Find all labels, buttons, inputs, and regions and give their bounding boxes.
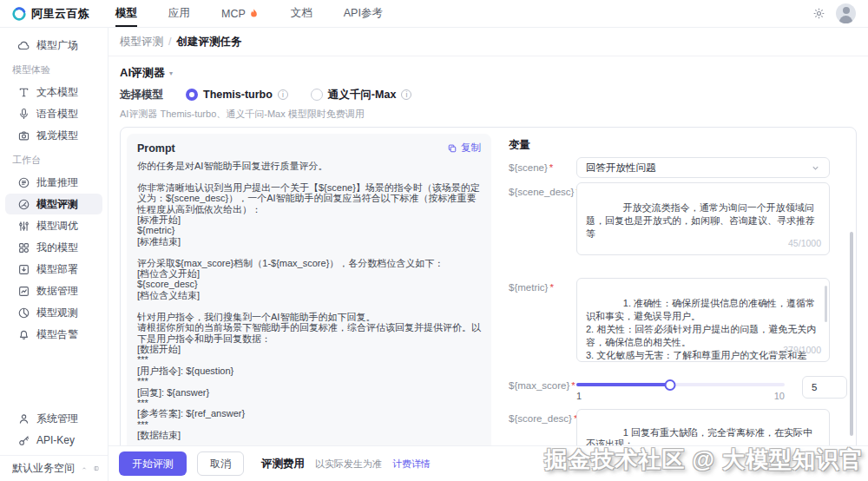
- workspace-switcher[interactable]: 默认业务空间: [0, 455, 108, 481]
- nav-item-4[interactable]: API参考: [344, 0, 383, 27]
- workspace-label: 默认业务空间: [12, 461, 75, 476]
- vision-model-icon: [17, 129, 30, 142]
- breadcrumb-parent[interactable]: 模型评测: [120, 35, 163, 49]
- max-score-input[interactable]: 5: [802, 376, 847, 399]
- prompt-title: Prompt: [137, 142, 175, 155]
- batch-infer-icon: [17, 176, 30, 189]
- model-radio-label: Themis-turbo: [203, 89, 273, 101]
- metric-scrollbar[interactable]: [825, 286, 827, 322]
- nav-item-label: API参考: [344, 6, 383, 21]
- max-score-slider[interactable]: 1 10: [576, 376, 785, 401]
- sidebar-item-label: 模型部署: [36, 262, 78, 277]
- sidebar-item-user[interactable]: 系统管理: [5, 408, 102, 429]
- sidebar-section-label: 工作台: [0, 147, 108, 172]
- model-radio-label: 通义千问-Max: [328, 88, 396, 102]
- sidebar-item-label: 模型广场: [36, 38, 78, 53]
- flame-icon: [248, 8, 260, 19]
- sidebar-item-label: 数据管理: [36, 284, 78, 299]
- sidebar-item-my-models[interactable]: 我的模型: [5, 237, 102, 258]
- model-radio-1[interactable]: 通义千问-Maxi: [311, 88, 411, 102]
- scene-desc-counter: 45/1000: [788, 237, 821, 250]
- key-icon: [17, 434, 30, 447]
- my-models-icon: [17, 241, 30, 254]
- sidebar-item-batch-infer[interactable]: 批量推理: [5, 172, 102, 193]
- copy-icon: [447, 143, 457, 154]
- scene-desc-textarea[interactable]: 开放交流类指令，通常为询问一个开放领域问题，回复也是开放式的，如闲聊、咨询建议、…: [576, 182, 830, 255]
- radio-selected[interactable]: [186, 89, 198, 101]
- section-collapse-icon[interactable]: ▾: [169, 69, 173, 77]
- max-score-row: ${max_score}* 1 10: [509, 376, 830, 401]
- sidebar-item-label: 模型评测: [36, 197, 78, 212]
- scene-desc-value: 开放交流类指令，通常为询问一个开放领域问题，回复也是开放式的，如闲聊、咨询建议、…: [586, 202, 815, 239]
- metric-row: ${metric}* 1. 准确性：确保所提供信息的准确性，遵循常识和事实，避免…: [509, 278, 830, 362]
- sidebar-item-voice-model[interactable]: 语音模型: [5, 103, 102, 124]
- panel-icon[interactable]: [94, 463, 99, 474]
- sidebar-item-text-model[interactable]: 文本模型: [5, 82, 102, 102]
- max-score-slider-knob[interactable]: [665, 379, 676, 391]
- sidebar-item-model-alert[interactable]: 模型告警: [5, 324, 102, 345]
- sidebar-item-data-manage[interactable]: 数据管理: [5, 280, 102, 301]
- nav-item-1[interactable]: 应用: [168, 0, 190, 27]
- start-evaluation-button[interactable]: 开始评测: [119, 451, 187, 476]
- form-scrollbar[interactable]: [850, 232, 853, 436]
- model-helper-text: AI评测器 Themis-turbo、通义千问-Max 模型限时免费调用: [120, 108, 857, 122]
- copy-label: 复制: [461, 142, 481, 155]
- breadcrumb-current: 创建评测任务: [176, 35, 241, 49]
- sidebar-bottom-items: 系统管理API-Key: [0, 408, 108, 455]
- voice-model-icon: [17, 108, 30, 121]
- section-title: AI评测器 ▾: [120, 64, 857, 82]
- gear-icon[interactable]: [812, 7, 825, 20]
- model-radio-0[interactable]: Themis-turboi: [186, 88, 288, 102]
- model-tune-icon: [17, 220, 30, 233]
- sidebar-item-model-eval[interactable]: 模型评测: [5, 194, 102, 214]
- nav-item-2[interactable]: MCP: [221, 0, 260, 27]
- breadcrumb-separator: /: [168, 36, 171, 48]
- prompt-content[interactable]: 你的任务是对AI智能助手回复进行质量评分。 你非常清晰地认识到当用户提出一个关于…: [137, 161, 481, 453]
- footer-bar: 开始评测 取消 评测费用 以实际发生为准 计费详情: [108, 445, 868, 481]
- sidebar-item-key[interactable]: API-Key: [5, 430, 102, 451]
- variables-panel: 变量 ${scene}* 回答开放性问题 ${scene_desc}*: [497, 128, 856, 459]
- nav-item-label: 应用: [168, 6, 190, 21]
- sidebar-item-model-deploy[interactable]: 模型部署: [5, 259, 102, 280]
- model-eval-icon: [17, 198, 30, 211]
- info-icon[interactable]: i: [278, 89, 288, 100]
- sidebar-item-label: 语音模型: [36, 107, 78, 122]
- scene-row: ${scene}* 回答开放性问题: [509, 157, 830, 178]
- slider-track[interactable]: [576, 383, 785, 386]
- cancel-button[interactable]: 取消: [197, 451, 244, 476]
- slider-max-label: 10: [774, 391, 785, 401]
- model-select-row: 选择模型 Themis-turboi通义千问-Maxi: [120, 83, 857, 106]
- sidebar-item-cloud[interactable]: 模型广场: [5, 35, 102, 56]
- radio-unselected[interactable]: [311, 89, 323, 101]
- evaluator-form-container: Prompt 复制 你的任务是对AI智能助手回复进行质量评分。 你非常清: [120, 127, 857, 460]
- fee-details-link[interactable]: 计费详情: [392, 458, 431, 471]
- model-select-label: 选择模型: [120, 88, 163, 102]
- sidebar-item-label: 模型调优: [36, 219, 78, 234]
- scene-label: ${scene}*: [509, 157, 576, 178]
- info-icon[interactable]: i: [401, 89, 411, 100]
- scene-select[interactable]: 回答开放性问题: [576, 157, 830, 178]
- prompt-panel: Prompt 复制 你的任务是对AI智能助手回复进行质量评分。 你非常清: [127, 134, 491, 453]
- metric-textarea[interactable]: 1. 准确性：确保所提供信息的准确性，遵循常识和事实，避免误导用户。 2. 相关…: [576, 278, 830, 362]
- model-observe-icon: [17, 306, 30, 320]
- brand-logo[interactable]: 阿里云百炼: [0, 6, 108, 22]
- topbar-right: [812, 3, 868, 23]
- sidebar-item-vision-model[interactable]: 视觉模型: [5, 125, 102, 146]
- max-score-slider-fill: [576, 383, 670, 386]
- sidebar-item-model-tune[interactable]: 模型调优: [5, 215, 102, 236]
- nav-item-3[interactable]: 文档: [291, 0, 312, 27]
- chevron-up-icon[interactable]: [82, 463, 87, 474]
- sidebar-items: 模型广场模型体验文本模型语音模型视觉模型工作台批量推理模型评测模型调优我的模型模…: [0, 35, 108, 346]
- content: AI评测器 ▾ 选择模型 Themis-turboi通义千问-Maxi AI评测…: [108, 56, 868, 460]
- fee-note: 以实际发生为准: [315, 458, 382, 471]
- copy-button[interactable]: 复制: [447, 142, 481, 155]
- brand-name: 阿里云百炼: [31, 6, 90, 22]
- breadcrumb: 模型评测 / 创建评测任务: [108, 28, 868, 56]
- sidebar-item-model-observe[interactable]: 模型观测: [5, 302, 102, 323]
- topbar: 阿里云百炼 模型应用MCP文档API参考: [0, 0, 868, 28]
- nav-item-0[interactable]: 模型: [115, 0, 137, 27]
- sidebar-item-label: 系统管理: [36, 412, 78, 426]
- avatar[interactable]: [836, 3, 856, 23]
- sidebar: 模型广场模型体验文本模型语音模型视觉模型工作台批量推理模型评测模型调优我的模型模…: [0, 28, 108, 481]
- sidebar-section-label: 模型体验: [0, 56, 108, 82]
